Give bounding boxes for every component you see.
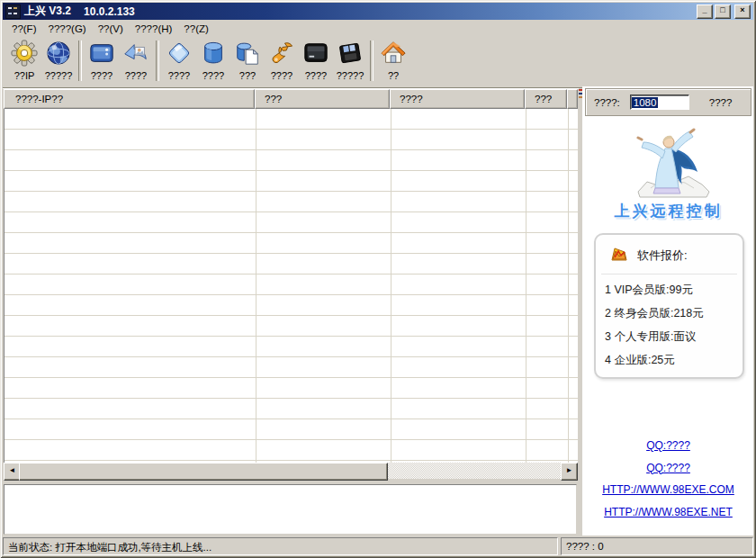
database-file-icon	[234, 40, 261, 70]
gear-ip-icon	[11, 40, 38, 70]
qq-link-2[interactable]: QQ:????	[583, 457, 753, 480]
column-header-4[interactable]: ???	[525, 89, 567, 109]
website-link-net[interactable]: HTTP://WWW.98EXE.NET	[583, 501, 753, 524]
toolbar-floppy[interactable]: ?????	[333, 40, 367, 81]
toolbar-tools[interactable]: ????	[265, 40, 299, 81]
links-block: QQ:???? QQ:???? HTTP://WWW.98EXE.COM HTT…	[583, 435, 753, 523]
maximize-button[interactable]: □	[715, 4, 731, 19]
price-item: 3 个人专用版:面议	[596, 325, 742, 348]
website-link-com[interactable]: HTTP://WWW.98EXE.COM	[583, 479, 753, 501]
price-item: 2 终身会员版:218元	[596, 302, 742, 325]
title-bar[interactable]: 上兴 V3.2 10.0.2.133 _ □ ×	[3, 3, 753, 20]
menu-help[interactable]: ????(H)	[135, 23, 173, 34]
grid-line	[391, 109, 392, 463]
toolbar-label: ?????	[337, 70, 364, 81]
port-input[interactable]: 1080	[630, 94, 689, 110]
wrench-icon	[268, 40, 295, 70]
price-item: 4 企业版:25元	[596, 348, 742, 372]
toolbar-separator	[78, 40, 82, 81]
screen-photo-icon	[122, 40, 149, 70]
port-value-selected: 1080	[632, 97, 659, 108]
toolbar-configure-ip[interactable]: ??IP	[7, 40, 41, 81]
window-version: 10.0.2.133	[84, 5, 135, 18]
toolbar-online-hosts[interactable]: ?????	[41, 40, 76, 81]
right-panel: ????: 1080 ???? 上兴远程控制	[582, 86, 753, 536]
floppy-icon	[337, 40, 364, 70]
close-button[interactable]: ×	[734, 4, 751, 19]
price-chart-icon	[609, 244, 629, 266]
app-icon	[5, 4, 21, 19]
terminal-icon	[302, 40, 329, 70]
menu-bar: ??(F) ????(G) ??(V) ????(H) ??(Z)	[3, 21, 753, 36]
database-icon	[200, 40, 227, 70]
home-icon	[380, 40, 407, 70]
hosts-table-body[interactable]	[4, 109, 578, 463]
toolbar-label: ??IP	[14, 70, 35, 81]
status-bar: 当前状态: 打开本地端口成功,等待主机上线... ???? : 0	[3, 537, 753, 555]
toolbar-label: ????	[168, 70, 190, 81]
log-output-box[interactable]	[4, 484, 577, 535]
disk-diamond-icon	[166, 40, 193, 70]
toolbar-label: ????	[271, 70, 292, 81]
menu-settings[interactable]: ????(G)	[48, 23, 86, 34]
toolbar-screen-capture[interactable]: ????	[119, 40, 153, 81]
toolbar-label: ????	[125, 70, 147, 81]
menu-view[interactable]: ??(V)	[98, 23, 123, 34]
toolbar-separator	[370, 40, 374, 81]
toolbar-label: ????	[202, 70, 224, 81]
port-action-button[interactable]: ????	[709, 97, 733, 108]
menu-about[interactable]: ??(Z)	[184, 23, 208, 34]
screen-icon	[88, 40, 115, 70]
column-header-ip[interactable]: ????-IP??	[4, 89, 255, 109]
toolbar-label: ?????	[45, 70, 73, 81]
qq-link-1[interactable]: QQ:????	[583, 435, 753, 457]
status-host-count: ???? : 0	[561, 537, 753, 555]
hosts-table-header: ????-IP?? ??? ???? ???	[4, 89, 578, 109]
column-header-2[interactable]: ???	[255, 89, 390, 109]
minimize-button[interactable]: _	[697, 4, 713, 19]
grid-line	[526, 109, 526, 463]
grid-line	[256, 109, 256, 463]
app-window: 上兴 V3.2 10.0.2.133 _ □ × ??(F) ????(G) ?…	[0, 0, 756, 558]
brand-text: 上兴远程控制	[583, 201, 753, 221]
status-message: 当前状态: 打开本地端口成功,等待主机上线...	[3, 537, 558, 555]
port-bar: ????: 1080 ????	[585, 88, 752, 116]
toolbar-label: ????	[91, 70, 112, 81]
divider	[601, 274, 737, 274]
toolbar: ??IP ????? ????	[3, 37, 753, 88]
toolbar-database[interactable]: ????	[196, 40, 230, 81]
toolbar-database-file[interactable]: ???	[230, 40, 265, 81]
port-label: ????:	[594, 97, 620, 108]
scroll-right-button[interactable]: ►	[561, 463, 578, 481]
toolbar-label: ????	[305, 70, 327, 81]
toolbar-screen-view[interactable]: ????	[85, 40, 119, 81]
toolbar-label: ???	[239, 70, 256, 81]
toolbar-disk[interactable]: ????	[162, 40, 196, 81]
toolbar-terminal[interactable]: ????	[299, 40, 333, 81]
toolbar-label: ??	[388, 70, 399, 81]
scrollbar-thumb[interactable]	[19, 463, 388, 481]
price-item: 1 VIP会员版:99元	[596, 278, 742, 302]
pricing-panel: 软件报价: 1 VIP会员版:99元 2 终身会员版:218元 3 个人专用版:…	[594, 233, 744, 379]
horizontal-scrollbar[interactable]: ◄ ►	[4, 463, 578, 479]
window-title: 上兴 V3.2	[24, 4, 71, 19]
column-header-stub	[567, 89, 578, 109]
mascot-image	[583, 122, 753, 202]
grid-line	[568, 109, 569, 463]
menu-file[interactable]: ??(F)	[12, 23, 36, 34]
globe-icon	[45, 40, 72, 70]
toolbar-home[interactable]: ??	[376, 40, 410, 81]
toolbar-separator	[156, 40, 159, 81]
pricing-title: 软件报价:	[637, 248, 688, 264]
column-header-3[interactable]: ????	[390, 89, 525, 109]
